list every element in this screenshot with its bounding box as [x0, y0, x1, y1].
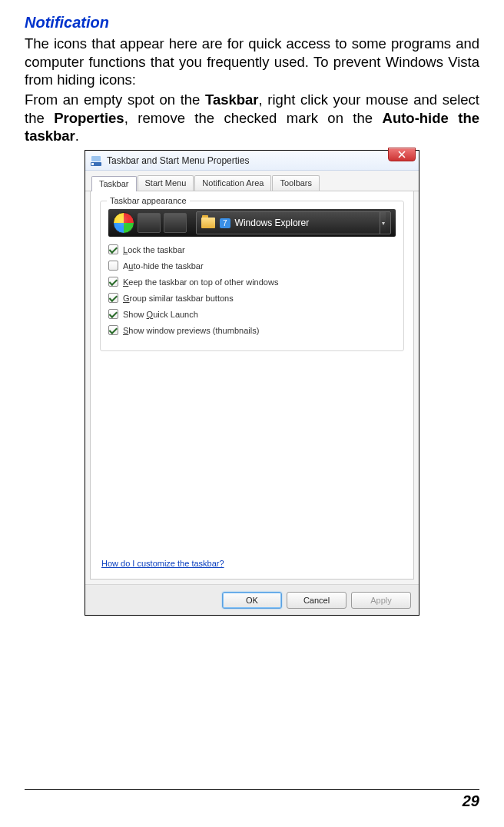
- dialog-icon: [90, 154, 102, 167]
- dialog-button-bar: OK Cancel Apply: [85, 584, 419, 615]
- checkbox-label[interactable]: Show Quick Launch: [123, 310, 198, 319]
- checkbox-label[interactable]: Auto-hide the taskbar: [123, 261, 204, 271]
- instruction-paragraph: From an empty spot on the Taskbar, right…: [25, 91, 479, 145]
- tab-panel: Taskbar appearance 7 Windows Explorer ▾ …: [90, 191, 414, 580]
- dialog-screenshot: Taskbar and Start Menu Properties Taskba…: [25, 150, 479, 616]
- checkbox[interactable]: [108, 277, 118, 287]
- close-button[interactable]: [388, 148, 416, 161]
- apply-button[interactable]: Apply: [351, 592, 411, 609]
- text: , remove the checked mark on the: [124, 110, 383, 126]
- section-heading: Notification: [25, 14, 479, 32]
- svg-rect-2: [91, 156, 101, 161]
- text: .: [75, 128, 79, 144]
- checkbox[interactable]: [108, 261, 118, 271]
- text: From an empty spot on the: [25, 91, 205, 108]
- bold-properties: Properties: [54, 110, 124, 126]
- checkbox-label[interactable]: Keep the taskbar on top of other windows: [123, 277, 278, 287]
- cancel-button[interactable]: Cancel: [287, 592, 346, 609]
- help-link[interactable]: How do I customize the taskbar?: [101, 559, 224, 568]
- checkbox[interactable]: [108, 325, 118, 335]
- folder-icon: [201, 218, 215, 228]
- checkbox-row: Keep the taskbar on top of other windows: [108, 277, 396, 287]
- tab-taskbar[interactable]: Taskbar: [91, 176, 137, 191]
- ok-button[interactable]: OK: [222, 592, 282, 609]
- quicklaunch-tile: [138, 213, 161, 233]
- close-icon: [398, 151, 406, 158]
- start-orb-icon: [113, 212, 134, 234]
- tab-strip: Taskbar Start Menu Notification Area Too…: [85, 171, 419, 191]
- checkbox-row: Show window previews (thumbnails): [108, 325, 396, 335]
- intro-paragraph: The icons that appear here are for quick…: [25, 35, 479, 89]
- checkbox-row: Lock the taskbar: [108, 244, 396, 254]
- chevron-down-icon: ▾: [380, 212, 386, 234]
- checkbox[interactable]: [108, 244, 118, 254]
- quicklaunch-tile: [164, 213, 187, 233]
- dialog-title: Taskbar and Start Menu Properties: [107, 155, 249, 166]
- group-label: Taskbar appearance: [107, 196, 190, 205]
- checkbox-label[interactable]: Group similar taskbar buttons: [123, 294, 234, 303]
- explorer-task-button: 7 Windows Explorer ▾: [196, 211, 391, 234]
- page-number: 29: [463, 792, 479, 810]
- bold-taskbar: Taskbar: [205, 91, 259, 108]
- checkbox-label[interactable]: Show window previews (thumbnails): [123, 326, 259, 335]
- properties-dialog: Taskbar and Start Menu Properties Taskba…: [85, 150, 419, 616]
- taskbar-appearance-group: Taskbar appearance 7 Windows Explorer ▾ …: [100, 201, 404, 351]
- tab-notification-area[interactable]: Notification Area: [194, 175, 271, 191]
- taskbar-preview: 7 Windows Explorer ▾: [108, 209, 396, 237]
- checkbox[interactable]: [108, 293, 118, 303]
- seven-badge: 7: [220, 218, 230, 228]
- dialog-titlebar: Taskbar and Start Menu Properties: [85, 151, 419, 171]
- tab-start-menu[interactable]: Start Menu: [138, 175, 194, 191]
- checkbox[interactable]: [108, 309, 118, 319]
- tab-toolbars[interactable]: Toolbars: [272, 175, 320, 191]
- page-footer: 29: [25, 789, 479, 810]
- checkbox-label[interactable]: Lock the taskbar: [123, 245, 185, 254]
- checkbox-row: Show Quick Launch: [108, 309, 396, 319]
- checkbox-row: Group similar taskbar buttons: [108, 293, 396, 303]
- svg-rect-1: [91, 163, 94, 165]
- explorer-label: Windows Explorer: [235, 218, 310, 228]
- checkbox-row: Auto-hide the taskbar: [108, 261, 396, 271]
